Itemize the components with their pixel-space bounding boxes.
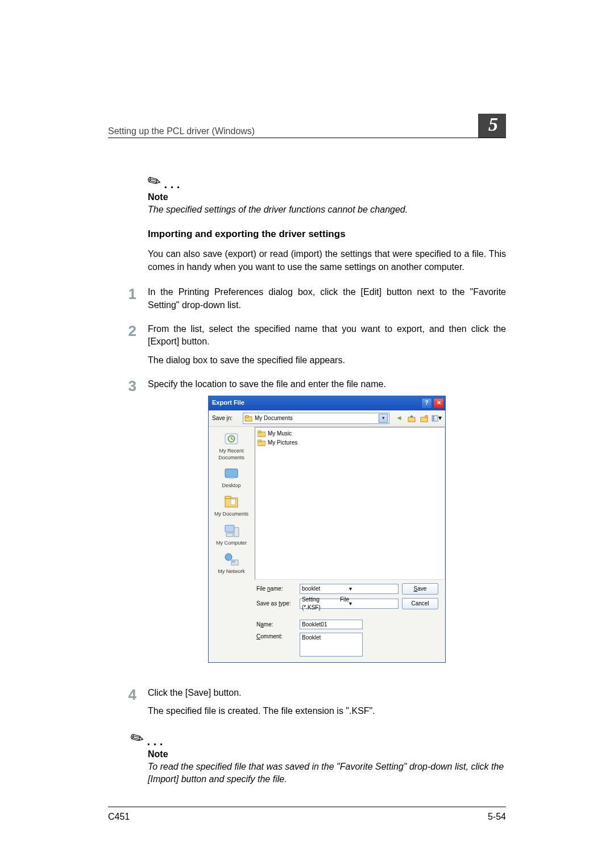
place-mynetwork[interactable]: My Network (218, 551, 245, 576)
cancel-button[interactable]: Cancel (402, 598, 438, 609)
list-item-label: My Pictures (268, 439, 297, 447)
svg-rect-11 (225, 469, 238, 477)
help-icon[interactable]: ? (421, 398, 432, 409)
places-bar: My Recent Documents Desktop My Documents (209, 427, 255, 580)
mydocuments-icon (223, 495, 240, 509)
page-footer: C451 5-54 (108, 807, 506, 822)
step-number: 4 (108, 687, 136, 718)
dialog-titlebar: Export File ? ✕ (209, 396, 445, 410)
dialog-title: Export File (212, 398, 420, 407)
filename-input[interactable]: booklet ▾ (300, 584, 399, 594)
step-text: Specify the location to save the file an… (148, 378, 506, 391)
svg-rect-18 (226, 533, 233, 537)
mycomputer-icon (223, 524, 240, 538)
step-1: 1 In the Printing Preferences dialog box… (108, 286, 506, 312)
step-number: 3 (108, 378, 136, 675)
desktop-icon (223, 467, 240, 481)
step-3: 3 Specify the location to save the file … (108, 378, 506, 675)
svg-rect-12 (229, 477, 234, 479)
svg-point-19 (225, 554, 232, 560)
list-item-label: My Music (268, 430, 292, 438)
list-item[interactable]: My Pictures (258, 439, 442, 447)
save-in-label: Save in: (212, 414, 239, 422)
name-field-label: Name: (256, 621, 296, 629)
svg-rect-2 (408, 417, 415, 422)
note-block-2: ✎ . . . Note To read the specified file … (131, 729, 506, 786)
filename-value: booklet (302, 585, 349, 593)
place-label: My Recent Documents (209, 447, 254, 462)
folder-icon (258, 430, 265, 437)
place-mydocs[interactable]: My Documents (214, 493, 248, 519)
file-list[interactable]: My Music My Pictures (255, 427, 445, 580)
savetype-combo[interactable]: Setting File (*.KSF) ▾ (300, 599, 399, 609)
note-label: Note (148, 192, 506, 202)
chevron-down-icon: ▾ (349, 600, 396, 608)
comment-input[interactable] (300, 633, 363, 657)
step-number: 2 (108, 323, 136, 367)
chevron-down-icon: ▾ (379, 414, 388, 423)
name-input[interactable] (300, 620, 363, 629)
note-text: To read the specified file that was save… (148, 761, 506, 786)
svg-rect-8 (433, 420, 434, 421)
svg-rect-25 (258, 440, 261, 442)
close-icon[interactable]: ✕ (433, 398, 444, 409)
recent-icon (223, 431, 240, 446)
svg-rect-15 (231, 499, 235, 505)
step-subtext: The specified file is created. The file … (148, 705, 506, 717)
footer-right: 5-54 (488, 812, 506, 822)
svg-rect-1 (245, 416, 248, 417)
step-subtext: The dialog box to save the specified fil… (148, 354, 506, 367)
svg-rect-17 (234, 528, 239, 537)
dialog-toolbar: Save in: My Documents ▾ ◄ ▾ (209, 410, 445, 427)
step-text: From the list, select the specified name… (148, 323, 506, 348)
dialog-form: File name: booklet ▾ Save Save as type: … (209, 580, 445, 662)
savetype-label: Save as type: (256, 600, 296, 608)
chevron-down-icon: ▾ (349, 585, 396, 593)
save-in-value: My Documents (255, 414, 376, 422)
chapter-number: 5 (478, 114, 506, 138)
folder-icon (258, 439, 265, 446)
note-text: The specified settings of the driver fun… (148, 203, 506, 216)
footer-left: C451 (108, 812, 130, 822)
header-title: Setting up the PCL driver (Windows) (108, 126, 255, 136)
list-item[interactable]: My Music (258, 430, 442, 438)
note-icon: ✎ . . . (131, 729, 506, 748)
note-block-1: ✎ . . . Note The specified settings of t… (148, 172, 506, 216)
section-heading: Importing and exporting the driver setti… (148, 229, 506, 240)
save-button[interactable]: Save (402, 583, 438, 595)
savetype-value: Setting File (*.KSF) (302, 596, 349, 612)
step-2: 2 From the list, select the specified na… (108, 323, 506, 367)
step-4: 4 Click the [Save] button. The specified… (108, 687, 506, 718)
svg-rect-16 (225, 525, 234, 532)
note-icon: ✎ . . . (148, 172, 506, 191)
place-label: My Documents (214, 510, 248, 518)
up-icon[interactable] (406, 413, 417, 423)
step-number: 1 (108, 286, 136, 312)
filename-label: File name: (256, 585, 296, 593)
place-recent[interactable]: My Recent Documents (209, 430, 254, 463)
step-text: In the Printing Preferences dialog box, … (148, 286, 506, 312)
folder-icon (244, 414, 252, 422)
place-label: My Network (218, 568, 245, 575)
page-header: Setting up the PCL driver (Windows) 5 (108, 114, 506, 138)
svg-rect-21 (232, 560, 235, 563)
note-label: Note (148, 749, 506, 759)
mynetwork-icon (223, 552, 240, 567)
new-folder-icon[interactable] (419, 413, 429, 423)
export-file-dialog: Export File ? ✕ Save in: My Documents ▾ … (208, 396, 446, 663)
step-text: Click the [Save] button. (148, 687, 506, 699)
place-desktop[interactable]: Desktop (222, 466, 240, 491)
svg-rect-23 (258, 431, 261, 433)
place-label: Desktop (222, 482, 240, 489)
svg-rect-6 (433, 416, 434, 417)
comment-label: Comment: (256, 633, 296, 641)
back-icon[interactable]: ◄ (394, 413, 404, 423)
section-intro: You can also save (export) or read (impo… (148, 248, 506, 273)
svg-rect-7 (433, 418, 434, 419)
svg-rect-14 (225, 496, 231, 499)
svg-point-4 (425, 415, 428, 418)
views-icon[interactable]: ▾ (432, 413, 442, 423)
place-mycomputer[interactable]: My Computer (216, 522, 247, 548)
place-label: My Computer (216, 539, 247, 547)
save-in-combo[interactable]: My Documents ▾ (243, 413, 389, 424)
